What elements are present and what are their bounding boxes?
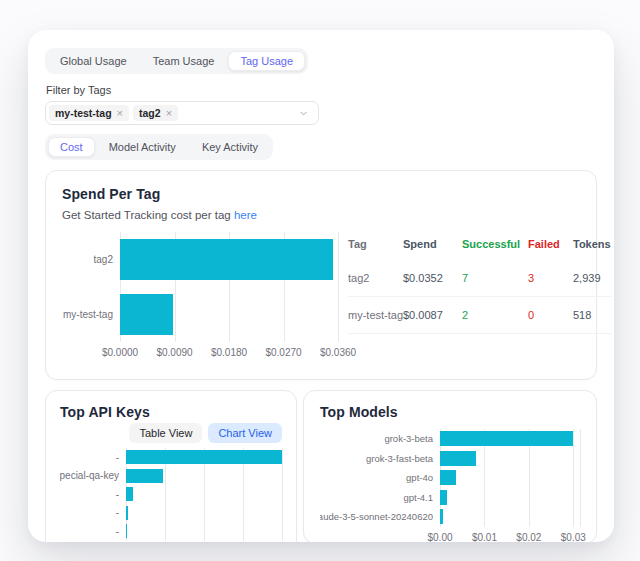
table-cell: 2,939 bbox=[573, 272, 611, 284]
category-label: gpt-4o bbox=[320, 468, 440, 488]
tab-global-usage[interactable]: Global Usage bbox=[48, 51, 139, 71]
axis-tick-label: $0.02 bbox=[516, 532, 541, 543]
category-label: - bbox=[60, 504, 126, 523]
top-models-chart: grok-3-betagrok-3-fast-betagpt-4ogpt-4.1… bbox=[320, 429, 580, 542]
category-label: my-test-tag bbox=[62, 287, 120, 342]
bar-gpt-4o bbox=[440, 470, 456, 485]
category-axis: -pecial-qa-key--- bbox=[60, 448, 126, 541]
plot-area bbox=[440, 429, 580, 527]
bar-row bbox=[120, 232, 338, 287]
category-label: pecial-qa-key bbox=[60, 467, 126, 486]
spend-card-subtitle: Get Started Tracking cost per tag here bbox=[62, 209, 580, 221]
chart-body: -pecial-qa-key--- bbox=[60, 448, 282, 541]
tag-chip-my-test-tag: my-test-tag × bbox=[49, 105, 129, 121]
gridline bbox=[338, 232, 339, 342]
category-label: tag2 bbox=[62, 232, 120, 287]
chevron-down-icon[interactable] bbox=[298, 108, 309, 119]
bar-row bbox=[126, 467, 282, 486]
table-cell: 3 bbox=[528, 272, 573, 284]
remove-tag-icon[interactable]: × bbox=[117, 108, 123, 119]
tab-model-activity[interactable]: Model Activity bbox=[97, 137, 188, 157]
tab-team-usage[interactable]: Team Usage bbox=[141, 51, 227, 71]
category-axis: tag2my-test-tag bbox=[62, 232, 120, 342]
bar-row bbox=[120, 287, 338, 342]
plot-area bbox=[120, 232, 338, 342]
column-header-failed: Failed bbox=[528, 238, 573, 250]
table-cell: tag2 bbox=[348, 272, 403, 284]
bar-claude-3-5-sonnet-20240620 bbox=[440, 509, 443, 524]
table-row: tag2$0.0352732,939 bbox=[348, 260, 611, 297]
axis-tick-label: $0.0000 bbox=[102, 347, 138, 358]
bar-- bbox=[126, 450, 282, 464]
table-cell: 0 bbox=[528, 309, 573, 321]
gridline bbox=[282, 448, 283, 541]
bar-row bbox=[126, 522, 282, 541]
usage-dashboard-panel: Global Usage Team Usage Tag Usage Filter… bbox=[28, 30, 614, 542]
value-axis: $0.0000$0.0090$0.0180$0.0270$0.0360 bbox=[120, 347, 338, 360]
top-api-keys-title: Top API Keys bbox=[60, 404, 282, 420]
category-label: grok-3-beta bbox=[320, 429, 440, 449]
bar-my-test-tag bbox=[120, 294, 173, 335]
table-view-button[interactable]: Table View bbox=[129, 423, 202, 443]
bar-row bbox=[440, 488, 580, 508]
bar-- bbox=[126, 506, 128, 520]
bar-pecial-qa-key bbox=[126, 469, 163, 483]
bar-- bbox=[126, 487, 133, 501]
top-models-title: Top Models bbox=[320, 404, 580, 420]
spend-per-tag-card: Spend Per Tag Get Started Tracking cost … bbox=[45, 170, 597, 380]
bar-row bbox=[440, 468, 580, 488]
bar-grok-3-fast-beta bbox=[440, 451, 476, 466]
bar-row bbox=[126, 448, 282, 467]
table-cell: 7 bbox=[462, 272, 528, 284]
tag-filter-select[interactable]: my-test-tag × tag2 × bbox=[45, 101, 319, 125]
tag-chip-tag2: tag2 × bbox=[133, 105, 178, 121]
axis-tick-label: $0.03 bbox=[561, 532, 586, 543]
tab-cost[interactable]: Cost bbox=[48, 137, 95, 157]
gridline bbox=[580, 429, 581, 527]
here-link[interactable]: here bbox=[234, 209, 257, 221]
tab-key-activity[interactable]: Key Activity bbox=[190, 137, 270, 157]
column-header-tag: Tag bbox=[348, 238, 403, 250]
report-type-tabs: Cost Model Activity Key Activity bbox=[45, 134, 273, 160]
bar-row bbox=[126, 485, 282, 504]
tag-chip-label: tag2 bbox=[139, 107, 161, 119]
axis-tick-label: $0.00 bbox=[427, 532, 452, 543]
spend-card-content: tag2my-test-tag$0.0000$0.0090$0.0180$0.0… bbox=[62, 232, 580, 360]
table-row: my-test-tag$0.008720518 bbox=[348, 297, 611, 334]
bar-row bbox=[440, 507, 580, 527]
filter-by-tags-label: Filter by Tags bbox=[46, 84, 597, 96]
table-cell: $0.0087 bbox=[403, 309, 462, 321]
bottom-cards-row: Top API Keys Table View Chart View -peci… bbox=[45, 390, 597, 542]
category-axis: grok-3-betagrok-3-fast-betagpt-4ogpt-4.1… bbox=[320, 429, 440, 527]
chart-view-button[interactable]: Chart View bbox=[208, 423, 282, 443]
bar-row bbox=[440, 449, 580, 469]
usage-scope-tabs: Global Usage Team Usage Tag Usage bbox=[45, 48, 308, 74]
column-header-spend: Spend bbox=[403, 238, 462, 250]
remove-tag-icon[interactable]: × bbox=[166, 108, 172, 119]
table-header-row: TagSpendSuccessfulFailedTokens bbox=[348, 234, 611, 260]
axis-tick-label: $0.0090 bbox=[156, 347, 192, 358]
table-cell: my-test-tag bbox=[348, 309, 403, 321]
plot-area bbox=[126, 448, 282, 541]
bar-row bbox=[440, 429, 580, 449]
view-toggle: Table View Chart View bbox=[60, 423, 282, 443]
axis-tick-label: $0.0360 bbox=[320, 347, 356, 358]
category-label: - bbox=[60, 485, 126, 504]
category-label: - bbox=[60, 448, 126, 467]
chart-body: grok-3-betagrok-3-fast-betagpt-4ogpt-4.1… bbox=[320, 429, 580, 527]
value-axis: $0.00$0.01$0.02$0.03 bbox=[440, 532, 580, 543]
axis-tick-label: $0.01 bbox=[472, 532, 497, 543]
bar-row bbox=[126, 504, 282, 523]
top-models-card: Top Models grok-3-betagrok-3-fast-betagp… bbox=[303, 390, 597, 542]
category-label: gpt-4.1 bbox=[320, 488, 440, 508]
table-cell: $0.0352 bbox=[403, 272, 462, 284]
table-cell: 2 bbox=[462, 309, 528, 321]
category-label: - bbox=[60, 522, 126, 541]
top-api-keys-chart: -pecial-qa-key--- bbox=[60, 448, 282, 541]
tab-tag-usage[interactable]: Tag Usage bbox=[228, 51, 305, 71]
category-label: grok-3-fast-beta bbox=[320, 449, 440, 469]
subtitle-text: Get Started Tracking cost per tag bbox=[62, 209, 231, 221]
axis-tick-label: $0.0270 bbox=[265, 347, 301, 358]
bar-gpt-4.1 bbox=[440, 490, 447, 505]
spend-per-tag-chart: tag2my-test-tag$0.0000$0.0090$0.0180$0.0… bbox=[62, 232, 338, 360]
